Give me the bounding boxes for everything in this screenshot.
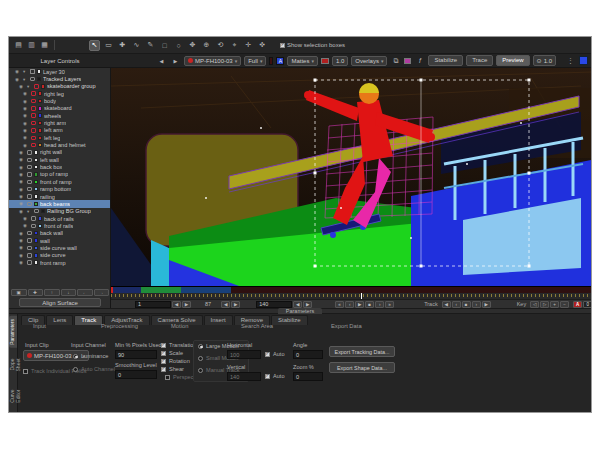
show-selection-boxes-checkbox[interactable]: ✓ bbox=[280, 43, 285, 48]
layer-color-chip[interactable] bbox=[38, 143, 43, 148]
tab-track[interactable]: Track bbox=[74, 315, 103, 325]
layer-row[interactable]: ◉front ramp bbox=[9, 259, 110, 266]
open-project-icon[interactable]: ▥ bbox=[26, 40, 37, 51]
layer-color-chip[interactable] bbox=[41, 84, 46, 89]
layer-row[interactable]: ◉right leg bbox=[9, 90, 110, 97]
layer-color-chip[interactable] bbox=[34, 158, 39, 163]
motion-check-rotation[interactable]: ✓Rotation bbox=[161, 358, 190, 364]
in-dec-button[interactable]: ◀ bbox=[172, 301, 181, 308]
next-keyframe-button[interactable]: ▷ bbox=[540, 301, 549, 308]
layer-row[interactable]: ◉railing bbox=[9, 193, 110, 200]
visibility-eye-icon[interactable]: ◉ bbox=[19, 172, 25, 177]
matte-toggle-box[interactable] bbox=[31, 224, 36, 229]
matte-toggle-box[interactable] bbox=[27, 165, 32, 170]
matte-toggle-box[interactable] bbox=[31, 106, 36, 111]
matte-toggle-box[interactable] bbox=[27, 202, 32, 207]
visibility-eye-icon[interactable]: ◉ bbox=[19, 238, 25, 243]
matte-color-swatch[interactable] bbox=[321, 58, 329, 64]
layer-color-chip[interactable] bbox=[37, 77, 42, 82]
visibility-eye-icon[interactable]: ◉ bbox=[19, 187, 25, 192]
visibility-eye-icon[interactable]: ◉ bbox=[19, 201, 25, 206]
matte-toggle-box[interactable] bbox=[27, 180, 32, 185]
layer-color-chip[interactable] bbox=[34, 253, 39, 258]
bezier-spline-tool[interactable]: ✎ bbox=[145, 40, 156, 51]
stop-tracking-button[interactable]: ■ bbox=[462, 301, 471, 308]
export-tracking-data-button[interactable]: Export Tracking Data... bbox=[329, 346, 395, 357]
layer-row[interactable]: ◉wall bbox=[9, 237, 110, 244]
visibility-eye-icon[interactable]: ◉ bbox=[19, 194, 25, 199]
matte-toggle-box[interactable] bbox=[30, 77, 35, 82]
layer-row[interactable]: ◉left leg bbox=[9, 134, 110, 141]
layer-row[interactable]: ◉side curve bbox=[9, 252, 110, 259]
play-button[interactable]: ▶ bbox=[355, 301, 364, 308]
layer-row[interactable]: ◉wheels bbox=[9, 112, 110, 119]
new-layer-button[interactable]: ▣ bbox=[11, 289, 27, 296]
script-icon[interactable]: f bbox=[414, 55, 425, 66]
visibility-eye-icon[interactable]: ◉ bbox=[19, 165, 25, 170]
side-tab-curve-editor[interactable]: Curve Editor bbox=[9, 381, 17, 412]
matte-toggle-box[interactable] bbox=[27, 158, 32, 163]
stop-button[interactable]: ■ bbox=[365, 301, 374, 308]
layer-color-chip[interactable] bbox=[34, 246, 39, 251]
track-forward-one-button[interactable]: › bbox=[472, 301, 481, 308]
expand-arrow-icon[interactable]: ▾ bbox=[23, 69, 28, 74]
min-pixels-field[interactable]: 90 bbox=[115, 350, 157, 359]
visibility-eye-icon[interactable]: ◉ bbox=[23, 91, 29, 96]
step-back-button[interactable]: ‹ bbox=[345, 301, 354, 308]
layer-row[interactable]: ◉back box bbox=[9, 163, 110, 170]
track-forwards-button[interactable]: ▶ bbox=[482, 301, 491, 308]
side-tab-parameters[interactable]: Parameters bbox=[9, 316, 17, 348]
layer-row[interactable]: ◉skateboard bbox=[9, 105, 110, 112]
layer-color-chip[interactable] bbox=[38, 216, 43, 221]
spline-color-swatch[interactable] bbox=[404, 58, 411, 64]
new-project-icon[interactable]: ▤ bbox=[13, 40, 24, 51]
matte-toggle-box[interactable] bbox=[27, 238, 32, 243]
layer-color-chip[interactable] bbox=[34, 238, 39, 243]
matte-toggle-box[interactable] bbox=[31, 121, 36, 126]
visibility-eye-icon[interactable]: ◉ bbox=[19, 260, 25, 265]
matte-toggle-box[interactable] bbox=[31, 91, 36, 96]
visibility-eye-icon[interactable]: ◉ bbox=[23, 113, 29, 118]
expand-arrow-icon[interactable]: ▾ bbox=[27, 209, 32, 214]
horizontal-auto-checkbox[interactable]: ✓Auto bbox=[265, 351, 285, 357]
overlays-dropdown[interactable]: Overlays ▾ bbox=[351, 56, 387, 66]
rotate-view-tool[interactable]: ⟲ bbox=[215, 40, 226, 51]
angle-field[interactable]: 0 bbox=[293, 350, 323, 359]
view-mode-dropdown[interactable]: Full ▾ bbox=[244, 56, 266, 66]
move-layer-up-button[interactable]: ↑ bbox=[44, 289, 60, 296]
visibility-eye-icon[interactable]: ◉ bbox=[23, 128, 29, 133]
step-forward-button[interactable]: › bbox=[375, 301, 384, 308]
timeline-filmstrip[interactable] bbox=[111, 286, 592, 293]
out-frame-field[interactable]: 140 bbox=[256, 301, 292, 308]
visibility-eye-icon[interactable]: ◉ bbox=[19, 245, 25, 250]
move-tool[interactable]: ✛ bbox=[243, 40, 254, 51]
frame-back-button[interactable]: ◀ bbox=[221, 301, 230, 308]
anchor-tool[interactable]: ✜ bbox=[257, 40, 268, 51]
motion-check-translation[interactable]: ✓Translation bbox=[161, 342, 196, 348]
visibility-eye-icon[interactable]: ◉ bbox=[15, 69, 21, 74]
overflow-menu-icon[interactable]: ⋮ bbox=[565, 55, 576, 66]
viewport-canvas[interactable] bbox=[111, 68, 592, 286]
matte-toggle-box[interactable] bbox=[27, 253, 32, 258]
layer-color-chip[interactable] bbox=[34, 231, 39, 236]
visibility-eye-icon[interactable]: ◉ bbox=[23, 121, 29, 126]
move-layer-left-button[interactable]: ← bbox=[77, 289, 93, 296]
delete-keyframe-button[interactable]: − bbox=[560, 301, 569, 308]
layer-color-chip[interactable] bbox=[38, 106, 43, 111]
luminance-radio[interactable]: Luminance bbox=[73, 353, 108, 359]
layer-color-chip[interactable] bbox=[34, 187, 39, 192]
layer-color-chip[interactable] bbox=[34, 194, 39, 199]
matte-toggle-box[interactable] bbox=[27, 187, 32, 192]
layer-color-chip[interactable] bbox=[34, 180, 39, 185]
matte-toggle-box[interactable] bbox=[34, 84, 39, 89]
pan-tool[interactable]: ✥ bbox=[187, 40, 198, 51]
motion-check-scale[interactable]: ✓Scale bbox=[161, 350, 183, 356]
side-tab-dope-sheet[interactable]: Dope Sheet bbox=[9, 350, 17, 379]
channel-swatch-icon[interactable] bbox=[269, 57, 273, 65]
next-clip-icon[interactable]: ▶ bbox=[170, 55, 181, 66]
export-shape-data-button[interactable]: Export Shape Data... bbox=[329, 362, 395, 373]
tab-lens[interactable]: Lens bbox=[46, 315, 73, 325]
layer-color-chip[interactable] bbox=[37, 69, 42, 74]
visibility-eye-icon[interactable]: ◉ bbox=[19, 253, 25, 258]
layer-row[interactable]: ◉▾Tracked Layers bbox=[9, 75, 110, 82]
